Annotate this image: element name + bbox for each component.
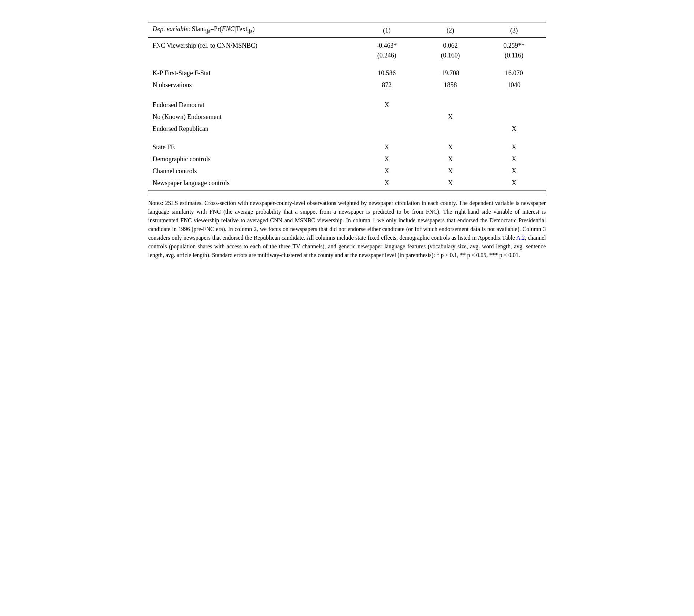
state-fe-col3: X [482,138,546,153]
endorsed-republican-row: Endorsed Republican X [148,123,546,138]
channel-controls-label: Channel controls [148,165,355,177]
newspaper-language-controls-col3: X [482,177,546,191]
endorsed-democrat-col1: X [355,99,419,111]
newspaper-language-controls-col2: X [419,177,482,191]
fnc-viewership-col3: 0.259** [482,38,546,52]
dep-var-slant: Slantijs=Pr(FNC|Textijs) [192,25,255,33]
dep-var-fnc: FNC [222,25,235,33]
dep-var-label: Dep. variable [153,25,188,33]
table-header-row: Dep. variable: Slantijs=Pr(FNC|Textijs) … [148,22,546,37]
notes-text: 2SLS estimates. Cross-section with newsp… [148,200,546,258]
demographic-controls-col1: X [355,153,419,165]
appendix-link[interactable]: A.2 [516,235,525,241]
fnc-viewership-se-row: (0.246) (0.160) (0.116) [148,52,546,64]
kp-fstat-col2: 19.708 [419,64,482,79]
dep-var-colon: : [188,25,190,33]
no-endorsement-col2: X [419,111,482,123]
channel-controls-col3: X [482,165,546,177]
fnc-viewership-row: FNC Viewership (rel. to CNN/MSNBC) -0.46… [148,38,546,52]
table-container: Dep. variable: Slantijs=Pr(FNC|Textijs) … [148,22,546,260]
newspaper-language-controls-col1: X [355,177,419,191]
endorsed-democrat-col2 [419,99,482,111]
kp-fstat-col3: 16.070 [482,64,546,79]
state-fe-col2: X [419,138,482,153]
dep-var-sub2: ijs [247,28,252,34]
endorsed-democrat-row: Endorsed Democrat X [148,99,546,111]
no-endorsement-label: No (Known) Endorsement [148,111,355,123]
notes-section: Notes: 2SLS estimates. Cross-section wit… [148,195,546,260]
channel-controls-col1: X [355,165,419,177]
kp-fstat-label: K-P First-Stage F-Stat [148,64,355,79]
n-obs-col2: 1858 [419,79,482,91]
notes-label: Notes: [148,200,163,206]
endorsed-republican-label: Endorsed Republican [148,123,355,138]
endorsed-republican-col1 [355,123,419,138]
col1-header: (1) [355,22,419,37]
n-obs-col1: 872 [355,79,419,91]
spacer-row-1 [148,91,546,99]
fnc-viewership-se-col3: (0.116) [482,52,546,64]
newspaper-language-controls-row: Newspaper language controls X X X [148,177,546,191]
fnc-viewership-se-col1: (0.246) [355,52,419,64]
state-fe-col1: X [355,138,419,153]
demographic-controls-col3: X [482,153,546,165]
demographic-controls-row: Demographic controls X X X [148,153,546,165]
dep-var-sub1: ijs [205,28,210,34]
col2-header: (2) [419,22,482,37]
endorsed-democrat-label: Endorsed Democrat [148,99,355,111]
n-obs-col3: 1040 [482,79,546,91]
channel-controls-col2: X [419,165,482,177]
fnc-viewership-label: FNC Viewership (rel. to CNN/MSNBC) [148,38,355,52]
fnc-viewership-col2: 0.062 [419,38,482,52]
state-fe-label: State FE [148,138,355,153]
state-fe-row: State FE X X X [148,138,546,153]
demographic-controls-label: Demographic controls [148,153,355,165]
fnc-viewership-se-label [148,52,355,64]
no-endorsement-col3 [482,111,546,123]
n-obs-row: N observations 872 1858 1040 [148,79,546,91]
endorsed-republican-col3: X [482,123,546,138]
dep-var-cell: Dep. variable: Slantijs=Pr(FNC|Textijs) [148,22,355,37]
kp-fstat-col1: 10.586 [355,64,419,79]
n-obs-label: N observations [148,79,355,91]
fnc-viewership-se-col2: (0.160) [419,52,482,64]
no-endorsement-row: No (Known) Endorsement X [148,111,546,123]
no-endorsement-col1 [355,111,419,123]
newspaper-language-controls-label: Newspaper language controls [148,177,355,191]
endorsed-democrat-col3 [482,99,546,111]
endorsed-republican-col2 [419,123,482,138]
fnc-viewership-col1: -0.463* [355,38,419,52]
kp-fstat-row: K-P First-Stage F-Stat 10.586 19.708 16.… [148,64,546,79]
demographic-controls-col2: X [419,153,482,165]
col3-header: (3) [482,22,546,37]
channel-controls-row: Channel controls X X X [148,165,546,177]
